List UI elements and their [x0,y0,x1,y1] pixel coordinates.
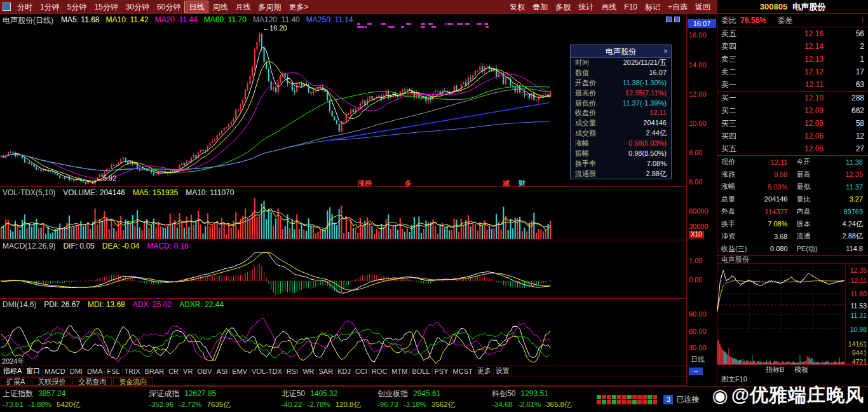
menu-item-统计[interactable]: 统计 [574,1,597,13]
index-北证50[interactable]: 北证501405.32-40.22-2.78%120.8亿 [281,388,361,410]
menu-item-日线[interactable]: 日线 [184,1,208,13]
menu-item-分时[interactable]: 分时 [13,1,36,13]
menu-item-多周期[interactable]: 多周期 [254,1,285,13]
indicator-tab-SAR[interactable]: SAR [317,367,336,375]
sell-qty-3: 1 [824,55,864,64]
intraday-minichart[interactable]: 12.3512.1111.8011.5311.3110.981416194414… [717,263,868,365]
indicator-tab-指标A[interactable]: 指标A [1,366,24,376]
indicator-tab-WR[interactable]: WR [301,367,316,375]
page-tab-关联报价[interactable]: 关联报价 [32,377,71,385]
indicator-tab-VOL-TDX[interactable]: VOL-TDX [250,367,285,375]
buy-row-2[interactable]: 买二12.09662 [717,104,868,117]
buy-row-1[interactable]: 买一12.10288 [717,92,868,104]
popup-close-icon[interactable]: × [663,45,668,58]
axis-more-box[interactable]: -- [689,367,703,375]
page-tab-扩展A[interactable]: 扩展A [1,377,31,385]
menu-item-15分钟[interactable]: 15分钟 [90,1,121,13]
buy-row-3[interactable]: 买三12.0858 [717,117,868,130]
indicator-tab-DMI[interactable]: DMI [68,367,85,375]
buy-price-3[interactable]: 12.08 [744,119,824,128]
menu-item-叠加[interactable]: 叠加 [529,1,552,13]
stat-label-收益(三): 收益(三) [721,244,747,254]
indicator-tab-MACD[interactable]: MACD [43,367,67,375]
dmi-pane[interactable]: DMI(14,6)PDI: 26.67MDI: 13.68ADX: 25.02A… [0,299,717,366]
buy-price-1[interactable]: 12.10 [744,93,824,102]
index-科创50[interactable]: 科创501293.51-34.68-2.61%365.8亿 [492,388,571,410]
menu-item-周线[interactable]: 周线 [208,1,231,13]
macd-header-item-0: MACD(12,26,9) [3,242,55,251]
menu-item-+自选[interactable]: +自选 [664,1,691,13]
menu-item-30分钟[interactable]: 30分钟 [122,1,153,13]
app-window-icon[interactable] [3,3,11,11]
sell-row-2[interactable]: 卖四12.142 [717,40,868,53]
popup-value-9: 0.98(8.50%) [628,149,667,159]
indicator-tab-TRIX[interactable]: TRIX [123,367,143,375]
intraday-volume-chart[interactable] [717,339,846,364]
stat-row-1: 涨跌0.58最高12.35 [717,168,868,181]
indicator-tab-PSY[interactable]: PSY [433,367,451,375]
menu-item-多股[interactable]: 多股 [552,1,574,13]
buy-row-4[interactable]: 买四12.0612 [717,130,868,142]
menu-item-月线[interactable]: 月线 [231,1,254,13]
menu-item-复权[interactable]: 复权 [506,1,529,13]
menu-item-标记[interactable]: 标记 [641,1,664,13]
indicator-tab-更多[interactable]: 更多 [475,366,494,376]
menu-item-60分钟[interactable]: 60分钟 [153,1,184,13]
time-box: 16:07 [688,19,716,28]
page-tab-交易查询[interactable]: 交易查询 [72,377,112,385]
sell-row-1[interactable]: 卖五12.1656 [717,27,868,40]
rp-tab-指标B[interactable]: 指标B [766,365,784,374]
sell-price-2[interactable]: 12.14 [744,42,824,51]
intraday-price-chart[interactable] [717,264,846,334]
indicator-tab-MCST[interactable]: MCST [451,367,475,375]
indicator-tab-OBV[interactable]: OBV [195,367,214,375]
sell-row-3[interactable]: 卖三12.131 [717,53,868,65]
sell-price-5[interactable]: 12.11 [744,80,824,89]
buy-price-2[interactable]: 12.09 [744,106,824,115]
indicator-tab-窗口[interactable]: 窗口 [24,366,43,376]
index-创业板指[interactable]: 创业板指2945.61-96.73-3.18%3562亿 [377,388,455,410]
indicator-tab-设置[interactable]: 设置 [494,366,512,376]
dmi-chart[interactable] [0,309,686,365]
menu-item-5分钟[interactable]: 5分钟 [64,1,91,13]
sell-price-4[interactable]: 12.12 [744,67,824,76]
indicator-tab-CCI[interactable]: CCI [353,367,370,375]
popup-row-最高价: 最高价12.35(7.11%) [571,88,671,99]
macd-pane[interactable]: MACD(12,26,9)DIF: 0.05DEA: -0.04MACD: 0.… [0,240,717,299]
sell-price-3[interactable]: 12.13 [744,55,824,64]
chart-maximize-icon[interactable] [674,17,680,22]
indicator-tab-FSL[interactable]: FSL [105,367,122,375]
menu-item-返回[interactable]: 返回 [691,1,714,13]
indicator-tab-EMV[interactable]: EMV [230,367,250,375]
indicator-tab-RSI[interactable]: RSI [285,367,301,375]
indicator-tab-ASI[interactable]: ASI [215,367,231,375]
buy-price-5[interactable]: 12.05 [744,144,824,153]
rp-tab-模板[interactable]: 模板 [794,365,808,374]
menu-item-更多>[interactable]: 更多> [285,1,312,13]
volume-chart[interactable] [0,197,686,239]
page-tab-资金流向[interactable]: 资金流向 [113,377,153,385]
sell-price-1[interactable]: 12.16 [744,29,824,38]
indicator-tab-BOLL[interactable]: BOLL [410,367,432,375]
menu-item-画线[interactable]: 画线 [597,1,620,13]
minichart-tab[interactable]: 电声股份 [717,255,868,263]
indicator-tab-CR[interactable]: CR [166,367,181,375]
indicator-tab-DMA[interactable]: DMA [85,367,105,375]
indicator-tab-ROC[interactable]: ROC [370,367,390,375]
indicator-tab-KDJ[interactable]: KDJ [336,367,353,375]
chart-tool-icon[interactable] [666,17,672,22]
sell-row-4[interactable]: 卖二12.1217 [717,65,868,78]
index-深证成指[interactable]: 深证成指12627.85-352.96-2.72%7635亿 [149,388,231,410]
macd-chart[interactable] [0,251,686,299]
sell-row-5[interactable]: 卖一12.1163 [717,78,868,91]
indicator-tab-VR[interactable]: VR [181,367,195,375]
buy-row-5[interactable]: 买五12.0527 [717,142,868,155]
indicator-tab-MTM[interactable]: MTM [390,367,410,375]
indicator-tab-BRAR[interactable]: BRAR [143,367,167,375]
buy-price-4[interactable]: 12.06 [744,132,824,141]
menu-item-1分钟[interactable]: 1分钟 [36,1,64,13]
volume-pane[interactable]: VOL-TDX(5,10)VOLUME: 204146MA5: 151935MA… [0,187,717,240]
menu-item-F10[interactable]: F10 [620,1,641,13]
period-label[interactable]: 日线 [691,355,705,364]
index-上证指数[interactable]: 上证指数3857.24-73.81-1.88%5420亿 [3,388,80,410]
